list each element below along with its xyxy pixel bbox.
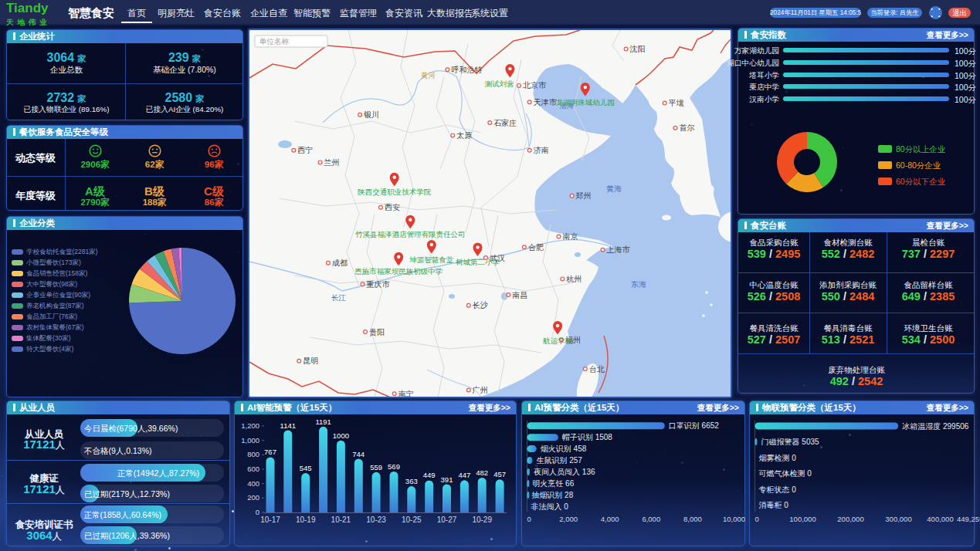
svg-text:贵阳: 贵阳 (369, 328, 385, 336)
svg-text:烟雾检测 0: 烟雾检测 0 (759, 454, 797, 462)
svg-text:台北: 台北 (589, 365, 605, 374)
svg-text:专柜状态 0: 专柜状态 0 (759, 485, 797, 494)
svg-text:200,000: 200,000 (837, 515, 863, 523)
svg-text:363: 363 (405, 477, 418, 485)
svg-text:济南: 济南 (534, 146, 549, 154)
svg-text:10-25: 10-25 (402, 516, 422, 524)
svg-text:门磁报警器 5035: 门磁报警器 5035 (761, 438, 819, 446)
svg-text:西宁: 西宁 (297, 146, 313, 154)
svg-text:银川: 银川 (364, 110, 379, 119)
svg-text:沈阳: 沈阳 (629, 45, 646, 53)
svg-text:首尔: 首尔 (679, 123, 694, 132)
svg-text:树城第二小学: 树城第二小学 (456, 258, 500, 266)
svg-text:南京: 南京 (563, 232, 578, 241)
svg-text:石家庄: 石家庄 (493, 119, 517, 127)
svg-text:744: 744 (352, 450, 365, 458)
svg-text:夜间人员闯入 136: 夜间人员闯入 136 (534, 468, 595, 476)
svg-text:569: 569 (388, 462, 400, 471)
svg-text:消毒柜 0: 消毒柜 0 (759, 501, 789, 509)
svg-text:200: 200 (247, 493, 259, 502)
svg-text:长沙: 长沙 (473, 301, 488, 309)
svg-text:10-27: 10-27 (437, 516, 457, 524)
svg-text:449: 449 (423, 471, 436, 479)
svg-text:兰州: 兰州 (324, 158, 340, 167)
svg-text:8,000: 8,000 (683, 515, 702, 523)
svg-text:0: 0 (755, 515, 759, 523)
svg-text:长江: 长江 (331, 293, 346, 302)
svg-text:南昌: 南昌 (512, 291, 527, 299)
svg-text:10-17: 10-17 (260, 516, 280, 524)
svg-text:1141: 1141 (280, 421, 296, 430)
svg-text:生鼠识别 257: 生鼠识别 257 (536, 456, 582, 465)
svg-text:2,000: 2,000 (559, 515, 578, 523)
svg-text:黄海: 黄海 (606, 184, 622, 193)
svg-text:重庆市: 重庆市 (366, 280, 391, 289)
svg-text:天津市: 天津市 (534, 98, 558, 106)
svg-text:1191: 1191 (315, 417, 331, 426)
svg-text:平壤: 平壤 (669, 99, 684, 107)
svg-text:6,000: 6,000 (642, 515, 660, 523)
svg-text:航运学校: 航运学校 (543, 336, 573, 345)
svg-text:447: 447 (458, 471, 470, 479)
svg-text:抽烟识别 28: 抽烟识别 28 (531, 491, 573, 499)
svg-text:10-23: 10-23 (366, 516, 386, 524)
svg-text:口罩识别 6652: 口罩识别 6652 (669, 421, 719, 430)
svg-text:冰箱温湿度 299506: 冰箱温湿度 299506 (902, 422, 969, 431)
svg-text:北京市: 北京市 (523, 81, 547, 90)
svg-text:单位名称: 单位名称 (259, 37, 290, 46)
svg-text:昆明: 昆明 (303, 357, 318, 365)
svg-text:0: 0 (527, 515, 531, 523)
svg-text:恩施市福家坝民族初级中学: 恩施市福家坝民族初级中学 (354, 267, 443, 276)
svg-text:559: 559 (370, 463, 382, 472)
svg-text:明火烹饪 66: 明火烹饪 66 (532, 479, 574, 488)
svg-text:可燃气体检测 0: 可燃气体检测 0 (758, 469, 812, 478)
svg-text:杭州: 杭州 (565, 275, 582, 283)
svg-text:合肥: 合肥 (528, 243, 544, 252)
svg-text:广州: 广州 (473, 386, 488, 394)
svg-text:767: 767 (264, 448, 276, 456)
svg-text:400: 400 (247, 479, 259, 488)
svg-text:400,000: 400,000 (927, 515, 953, 523)
svg-text:陕西交通职业技术学院: 陕西交通职业技术学院 (358, 188, 431, 196)
svg-text:449,259: 449,259 (957, 515, 980, 523)
svg-text:300,000: 300,000 (885, 515, 911, 523)
svg-text:10-21: 10-21 (331, 516, 351, 524)
svg-text:0: 0 (256, 508, 259, 516)
svg-text:成都: 成都 (332, 259, 348, 267)
svg-text:龙湖明珠城幼儿园: 龙湖明珠城幼儿园 (556, 98, 615, 106)
svg-text:457: 457 (493, 470, 506, 478)
svg-text:西安: 西安 (385, 203, 400, 211)
svg-text:坤源智慧食堂: 坤源智慧食堂 (409, 255, 454, 264)
svg-text:10-29: 10-29 (472, 516, 492, 524)
svg-text:100,000: 100,000 (789, 515, 816, 523)
svg-text:东海: 东海 (631, 280, 646, 289)
svg-text:391: 391 (441, 475, 453, 484)
svg-text:非法闯入 0: 非法闯入 0 (531, 502, 569, 511)
svg-text:郑州: 郑州 (575, 191, 592, 200)
svg-text:1,200: 1,200 (241, 421, 259, 430)
svg-text:545: 545 (300, 464, 312, 472)
svg-text:482: 482 (476, 468, 488, 477)
svg-text:10,000: 10,000 (723, 515, 745, 523)
svg-text:600: 600 (247, 465, 259, 473)
svg-text:1,000: 1,000 (241, 436, 259, 445)
svg-text:太原: 太原 (456, 131, 472, 140)
svg-text:测试刘营: 测试刘营 (484, 79, 514, 88)
svg-text:黄河: 黄河 (421, 71, 436, 79)
svg-text:烟火识别 458: 烟火识别 458 (541, 445, 587, 453)
svg-text:10-19: 10-19 (296, 516, 316, 524)
svg-text:4,000: 4,000 (601, 515, 619, 523)
svg-text:上海市: 上海市 (606, 245, 631, 254)
svg-text:竹溪县福泽酒店管理有限责任公司: 竹溪县福泽酒店管理有限责任公司 (355, 230, 466, 238)
svg-text:呼和浩特: 呼和浩特 (451, 66, 482, 74)
svg-text:800: 800 (247, 450, 259, 458)
svg-text:1000: 1000 (333, 431, 349, 440)
svg-text:南宁: 南宁 (398, 390, 414, 397)
svg-text:帽子识别 1508: 帽子识别 1508 (562, 433, 612, 441)
